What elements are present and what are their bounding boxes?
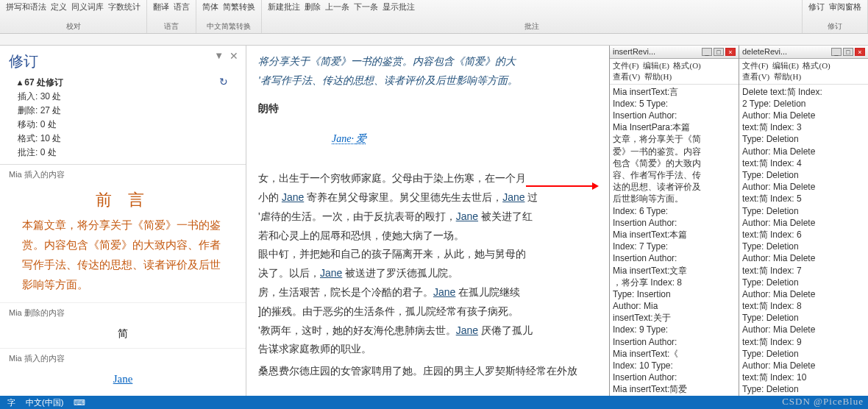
ai: 爱 — [356, 133, 366, 144]
summary-del: 删除: 27 处 — [18, 104, 228, 118]
t: 小的 — [258, 191, 282, 203]
jane-link[interactable]: Jane — [456, 210, 478, 222]
jane-link[interactable]: Jane — [456, 324, 478, 336]
notepad-title: deleteRevi... — [742, 46, 787, 57]
preface-body: 本篇文章，将分享关于《简爱》一书的鉴赏。内容包含《简爱》的大致内容、作者写作手法… — [22, 216, 224, 295]
cmd-language[interactable]: 语言 — [174, 1, 190, 13]
group-label: 校对 — [6, 21, 140, 32]
revisions-pane: ▼ ✕ 修订 ↻ ▴ 67 处修订 插入: 30 处 删除: 27 处 移动: … — [0, 46, 246, 396]
cmd-prev[interactable]: 上一条 — [325, 1, 349, 13]
jane-link[interactable]: Jane — [332, 133, 351, 144]
rev-item-header: Mia 删除的内容 — [0, 302, 246, 320]
min-icon[interactable]: _ — [702, 48, 712, 56]
group-label: 中文简繁转换 — [202, 21, 255, 32]
doc-line: 桑恩费尔德庄园的女管家聘用了她。庄园的男主人罗契斯特经常在外放 — [258, 363, 597, 380]
t: 在孤儿院继续 — [455, 286, 520, 298]
red-arrow — [526, 185, 597, 187]
close-icon[interactable]: × — [855, 48, 865, 56]
doc-line: 眼中钉，并把她和自己的孩子隔离开来，从此，她与舅母的 — [258, 246, 597, 263]
keyboard-icon[interactable]: ⌨ — [74, 398, 85, 408]
pin-icon[interactable]: ▼ — [214, 50, 224, 61]
rev-item-header: Mia 插入的内容 — [0, 165, 246, 182]
ribbon-group-track: 修订 审阅窗格 修订 — [803, 0, 868, 33]
t: 厌倦了孤儿 — [478, 324, 533, 336]
jane-link[interactable]: Jane — [320, 267, 342, 279]
t: 被关进了红 — [478, 210, 533, 222]
doc-line: 告谋求家庭教师的职业。 — [258, 341, 597, 358]
doc-line: '者写作手法、传达的思想、读者评价及后世影响等方面。 — [258, 72, 597, 90]
t: 过 — [525, 191, 538, 203]
cmd-delete[interactable]: 删除 — [305, 1, 321, 13]
cmd-translate[interactable]: 翻译 — [153, 1, 169, 13]
rev-item-header: Mia 插入的内容 — [0, 348, 246, 366]
group-label: 批注 — [268, 21, 796, 32]
summary-move: 移动: 0 处 — [18, 118, 228, 132]
summary-format: 格式: 10 处 — [18, 132, 228, 146]
summary-comment: 批注: 0 处 — [18, 146, 228, 160]
close-icon[interactable]: ✕ — [230, 50, 238, 62]
document-area[interactable]: 将分享关于《简爱》一书的鉴赏。内容包含《简爱》的大 '者写作手法、传达的思想、读… — [246, 46, 609, 396]
doc-line: ]的摧残。由于恶劣的生活条件，孤儿院经常有孩子病死。 — [258, 303, 597, 321]
notepad-body[interactable]: Delete text:简 Index: 2 Type: Deletion Au… — [739, 85, 868, 396]
preface-title: 前 言 — [22, 189, 224, 211]
t: 房，生活艰苦，院长是个冷酷的君子。 — [258, 286, 433, 298]
doc-line: 将分享关于《简爱》一书的鉴赏。内容包含《简爱》的大 — [258, 53, 597, 71]
revisions-summary: ↻ ▴ 67 处修订 插入: 30 处 删除: 27 处 移动: 0 处 格式:… — [0, 74, 246, 165]
t: 决了。以后， — [258, 267, 320, 279]
t: 寄养在舅父母家里。舅父里德先生去世后， — [304, 191, 502, 203]
status-chars[interactable]: 字 — [7, 397, 15, 408]
refresh-icon[interactable]: ↻ — [219, 76, 228, 88]
cmd-newcomment[interactable]: 新建批注 — [268, 1, 300, 13]
ruler — [0, 34, 868, 46]
cmd-thesaurus[interactable]: 同义词库 — [71, 1, 104, 13]
min-icon[interactable]: _ — [831, 48, 842, 56]
close-icon[interactable]: × — [725, 48, 736, 56]
jane-link[interactable]: Jane — [433, 286, 455, 298]
doc-author: 朗特 — [258, 100, 597, 118]
revisions-title: 修订 — [9, 51, 237, 71]
ribbon-group-proof: 拼写和语法 定义 同义词库 字数统计 校对 — [0, 0, 147, 33]
t: 被送进了罗沃德孤儿院。 — [342, 267, 458, 279]
ribbon-group-language: 翻译 语言 语言 — [147, 0, 196, 33]
summary-ins: 插入: 30 处 — [18, 90, 228, 104]
window-controls: _□× — [702, 48, 736, 56]
notepad-menu[interactable]: 文件(F) 编辑(E) 格式(O) 查看(V) 帮助(H) — [739, 59, 868, 85]
cmd-next[interactable]: 下一条 — [354, 1, 378, 13]
max-icon[interactable]: □ — [843, 48, 853, 56]
notepad-body[interactable]: Mia insertText:言 Index: 5 Type: Insertio… — [610, 85, 739, 396]
jane-link[interactable]: Jane — [282, 191, 304, 203]
t: '虐待的生活。一次，由于反抗表哥的殴打， — [258, 210, 456, 222]
status-lang[interactable]: 中文(中国) — [26, 397, 63, 408]
summary-count: 67 处修订 — [24, 77, 63, 88]
group-label: 语言 — [153, 21, 190, 32]
cmd-track[interactable]: 修订 — [808, 1, 825, 13]
notepad-title: insertRevi... — [613, 46, 655, 57]
cmd-define[interactable]: 定义 — [51, 1, 67, 13]
rev-item-content[interactable]: 前 言 本篇文章，将分享关于《简爱》一书的鉴赏。内容包含《简爱》的大致内容、作者… — [0, 182, 246, 302]
status-bar: 字 中文(中国) ⌨ — [0, 396, 868, 409]
group-label: 修订 — [808, 21, 861, 32]
cmd-spelling[interactable]: 拼写和语法 — [6, 1, 46, 13]
rev-item-content[interactable]: 简 — [0, 320, 246, 348]
delete-notepad: deleteRevi..._□× 文件(F) 编辑(E) 格式(O) 查看(V)… — [739, 46, 868, 396]
window-controls: _□× — [831, 48, 865, 56]
cmd-simp[interactable]: 简体 — [202, 1, 218, 13]
notepad-menu[interactable]: 文件(F) 编辑(E) 格式(O) 查看(V) 帮助(H) — [610, 59, 739, 85]
rev-item-content[interactable]: Jane — [0, 366, 246, 393]
cmd-conv[interactable]: 简繁转换 — [223, 1, 255, 13]
cmd-reviewpane[interactable]: 审阅窗格 — [829, 1, 861, 13]
max-icon[interactable]: □ — [714, 48, 724, 56]
doc-line: 若和心灵上的屈辱和恐惧，使她大病了一场。 — [258, 227, 597, 245]
jane-link[interactable]: Jane — [502, 191, 524, 203]
ribbon: 拼写和语法 定义 同义词库 字数统计 校对 翻译 语言 语言 简体 简繁转换 中… — [0, 0, 868, 34]
insert-notepad: insertRevi..._□× 文件(F) 编辑(E) 格式(O) 查看(V)… — [609, 46, 739, 396]
cmd-wordcount[interactable]: 字数统计 — [108, 1, 140, 13]
cmd-show[interactable]: 显示批注 — [383, 1, 415, 13]
jane-text: Jane — [113, 373, 133, 385]
ribbon-group-comments: 新建批注 删除 上一条 下一条 显示批注 批注 — [262, 0, 803, 33]
ribbon-group-conv: 简体 简繁转换 中文简繁转换 — [196, 0, 262, 33]
t: '教两年，这时，她的好友海伦患肺病去世。 — [258, 324, 456, 336]
